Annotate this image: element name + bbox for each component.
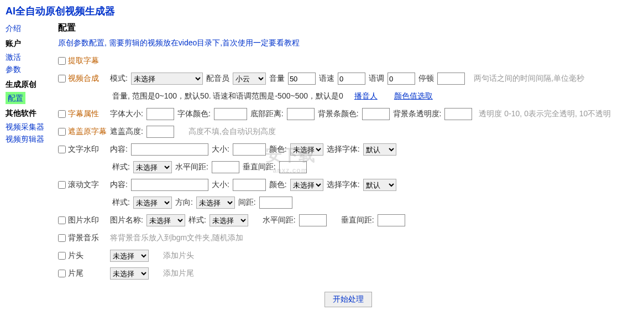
text-wm-content-label: 内容: bbox=[110, 144, 128, 154]
bg-alpha-input[interactable] bbox=[444, 108, 472, 120]
mode-select[interactable]: 未选择 bbox=[131, 73, 203, 85]
ending-label: 片尾 bbox=[68, 268, 107, 278]
image-wm-name-label: 图片名称: bbox=[110, 215, 143, 225]
text-wm-checkbox[interactable] bbox=[58, 146, 66, 153]
font-color-label: 字体颜色: bbox=[177, 109, 211, 119]
image-wm-checkbox[interactable] bbox=[58, 216, 66, 224]
scroll-color-label: 颜色: bbox=[269, 180, 287, 190]
sidebar-heading-other: 其他软件 bbox=[6, 109, 47, 118]
bg-alpha-label: 背景条透明度: bbox=[393, 109, 442, 119]
synth-hint2: 音量, 范围是0~100，默认50. 语速和语调范围是-500~500，默认是0 bbox=[112, 91, 343, 101]
scroll-style-label: 样式: bbox=[112, 198, 130, 208]
sidebar: 介绍 账户 激活 参数 生成原创 配置 其他软件 视频采集器 视频剪辑器 bbox=[0, 22, 53, 315]
text-wm-size-input[interactable] bbox=[233, 143, 266, 156]
image-wm-label: 图片水印 bbox=[68, 215, 107, 225]
pause-hint: 两句话之间的时间间隔,单位毫秒 bbox=[474, 74, 584, 84]
sidebar-item-intro[interactable]: 介绍 bbox=[6, 22, 47, 34]
image-wm-vspace-input[interactable] bbox=[378, 214, 405, 226]
volume-label: 音量 bbox=[269, 74, 285, 84]
bgm-hint: 将背景音乐放入到bgm文件夹,随机添加 bbox=[110, 233, 243, 243]
font-color-input[interactable] bbox=[214, 108, 247, 120]
scroll-dir-select[interactable]: 未选择 bbox=[196, 197, 235, 209]
pitch-label: 语调 bbox=[369, 74, 384, 84]
opening-hint: 添加片头 bbox=[163, 251, 194, 261]
scroll-color-select[interactable]: 未选择 bbox=[290, 179, 323, 191]
text-wm-vspace-input[interactable] bbox=[279, 161, 307, 173]
cover-sub-checkbox[interactable] bbox=[58, 128, 66, 136]
pause-input[interactable] bbox=[437, 73, 465, 85]
image-wm-hspace-label: 水平间距: bbox=[263, 215, 296, 225]
image-wm-hspace-input[interactable] bbox=[299, 214, 327, 226]
opening-checkbox[interactable] bbox=[58, 252, 66, 260]
bgm-label: 背景音乐 bbox=[68, 233, 107, 243]
submit-button[interactable]: 开始处理 bbox=[324, 292, 372, 307]
subtitle-attr-label: 字幕属性 bbox=[68, 109, 107, 119]
rate-label: 语速 bbox=[319, 74, 334, 84]
ending-hint: 添加片尾 bbox=[163, 268, 194, 278]
extract-subtitle-label: 提取字幕 bbox=[68, 56, 99, 66]
text-wm-color-label: 颜色: bbox=[269, 144, 287, 154]
pause-label: 停顿 bbox=[418, 74, 434, 84]
scroll-style-select[interactable]: 未选择 bbox=[133, 197, 172, 209]
text-wm-color-select[interactable]: 未选择 bbox=[290, 143, 323, 156]
sidebar-heading-generate: 生成原创 bbox=[6, 80, 47, 90]
image-wm-style-select[interactable]: 未选择 bbox=[210, 214, 248, 226]
app-title: AI全自动原创视频生成器 bbox=[0, 0, 644, 22]
text-wm-font-select[interactable]: 默认 bbox=[363, 143, 396, 156]
scroll-dir-label: 方向: bbox=[175, 198, 193, 208]
text-wm-style-select[interactable]: 未选择 bbox=[133, 161, 172, 173]
voicer-link[interactable]: 播音人 bbox=[354, 91, 378, 101]
text-wm-vspace-label: 垂直间距: bbox=[243, 162, 276, 172]
voicer-select[interactable]: 小云 bbox=[233, 73, 266, 85]
sidebar-item-editor[interactable]: 视频剪辑器 bbox=[6, 133, 47, 145]
bottom-dist-input[interactable] bbox=[287, 108, 315, 120]
sidebar-item-activate[interactable]: 激活 bbox=[6, 51, 47, 63]
scroll-size-input[interactable] bbox=[233, 179, 266, 191]
voicer-label: 配音员 bbox=[206, 74, 229, 84]
text-wm-content-input[interactable] bbox=[131, 143, 208, 156]
video-synth-checkbox[interactable] bbox=[58, 75, 66, 82]
extract-subtitle-checkbox[interactable] bbox=[58, 57, 66, 65]
volume-input[interactable] bbox=[288, 73, 316, 85]
image-wm-vspace-label: 垂直间距: bbox=[341, 215, 374, 225]
scroll-content-input[interactable] bbox=[131, 179, 208, 191]
ending-select[interactable]: 未选择 bbox=[110, 267, 149, 280]
bgm-checkbox[interactable] bbox=[58, 234, 66, 242]
scroll-text-label: 滚动文字 bbox=[68, 180, 107, 190]
scroll-text-checkbox[interactable] bbox=[58, 181, 66, 189]
text-wm-hspace-input[interactable] bbox=[212, 161, 239, 173]
bg-color-label: 背景条颜色: bbox=[318, 109, 359, 119]
sidebar-item-params[interactable]: 参数 bbox=[6, 63, 47, 75]
cover-hint: 高度不填,会自动识别高度 bbox=[189, 127, 276, 137]
opening-select[interactable]: 未选择 bbox=[110, 250, 149, 262]
text-wm-label: 文字水印 bbox=[68, 144, 107, 154]
mode-label: 模式: bbox=[110, 74, 128, 84]
image-wm-name-select[interactable]: 未选择 bbox=[146, 214, 185, 226]
cover-height-label: 遮盖高度: bbox=[110, 127, 143, 137]
ending-checkbox[interactable] bbox=[58, 270, 66, 277]
text-wm-style-label: 样式: bbox=[112, 162, 130, 172]
rate-input[interactable] bbox=[338, 73, 365, 85]
pitch-input[interactable] bbox=[388, 73, 415, 85]
bottom-dist-label: 底部距离: bbox=[250, 109, 284, 119]
cover-sub-label: 遮盖原字幕 bbox=[68, 127, 107, 137]
text-wm-hspace-label: 水平间距: bbox=[175, 162, 208, 172]
main-content: 配置 原创参数配置, 需要剪辑的视频放在video目录下,首次使用一定要看教程 … bbox=[53, 22, 644, 315]
text-wm-size-label: 大小: bbox=[212, 144, 229, 154]
font-size-input[interactable] bbox=[146, 108, 174, 120]
page-subtitle: 原创参数配置, 需要剪辑的视频放在video目录下,首次使用一定要看教程 bbox=[58, 38, 638, 48]
scroll-content-label: 内容: bbox=[110, 180, 128, 190]
scroll-font-select[interactable]: 默认 bbox=[363, 179, 396, 191]
color-picker-link[interactable]: 颜色值选取 bbox=[394, 91, 433, 101]
image-wm-style-label: 样式: bbox=[189, 215, 206, 225]
text-wm-font-label: 选择字体: bbox=[327, 144, 360, 154]
subtitle-attr-checkbox[interactable] bbox=[58, 110, 66, 118]
sidebar-item-config[interactable]: 配置 bbox=[6, 92, 25, 104]
scroll-gap-input[interactable] bbox=[259, 197, 292, 209]
sidebar-item-collector[interactable]: 视频采集器 bbox=[6, 121, 47, 133]
bg-color-input[interactable] bbox=[362, 108, 390, 120]
sidebar-heading-account: 账户 bbox=[6, 39, 47, 49]
cover-height-input[interactable] bbox=[146, 126, 174, 138]
opening-label: 片头 bbox=[68, 251, 107, 261]
scroll-gap-label: 间距: bbox=[238, 198, 256, 208]
